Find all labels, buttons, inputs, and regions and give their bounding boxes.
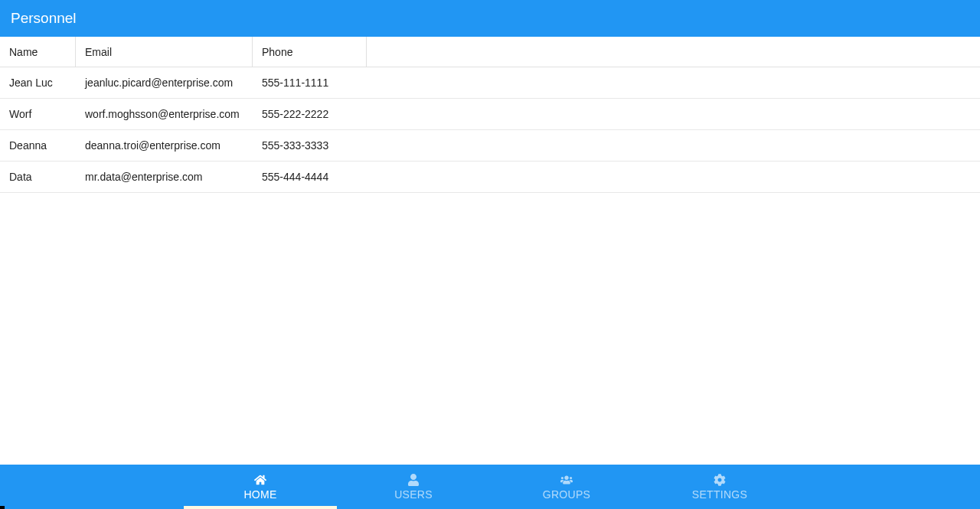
cell-name: Jean Luc	[0, 77, 76, 89]
nav-label: GROUPS	[543, 488, 590, 501]
table-header-row: Name Email Phone	[0, 37, 980, 67]
user-icon	[407, 473, 420, 487]
cell-email: jeanluc.picard@enterprise.com	[76, 77, 253, 89]
cell-name: Deanna	[0, 139, 76, 152]
cell-phone: 555-333-3333	[253, 139, 367, 152]
nav-label: HOME	[243, 488, 276, 501]
cell-name: Worf	[0, 108, 76, 120]
house-icon	[254, 473, 266, 487]
nav-tab-settings[interactable]: SETTINGS	[643, 465, 796, 509]
bottom-nav: HOMEUSERSGROUPSSETTINGS	[0, 465, 980, 509]
cell-phone: 555-111-1111	[253, 77, 367, 89]
cell-email: worf.moghsson@enterprise.com	[76, 108, 253, 120]
cell-name: Data	[0, 171, 76, 183]
nav-label: SETTINGS	[692, 488, 747, 501]
table-row[interactable]: Datamr.data@enterprise.com555-444-4444	[0, 162, 980, 193]
edge-artifact	[0, 506, 5, 509]
table-row[interactable]: Worfworf.moghsson@enterprise.com555-222-…	[0, 99, 980, 130]
cell-email: mr.data@enterprise.com	[76, 171, 253, 183]
cell-email: deanna.troi@enterprise.com	[76, 139, 253, 152]
nav-label: USERS	[394, 488, 433, 501]
column-header-name[interactable]: Name	[0, 37, 76, 67]
table-body: Jean Lucjeanluc.picard@enterprise.com555…	[0, 67, 980, 193]
gear-icon	[714, 473, 726, 487]
nav-tab-home[interactable]: HOME	[184, 465, 337, 509]
column-header-email[interactable]: Email	[76, 37, 253, 67]
active-tab-indicator	[184, 506, 337, 509]
table-row[interactable]: Deannadeanna.troi@enterprise.com555-333-…	[0, 130, 980, 162]
cell-phone: 555-444-4444	[253, 171, 367, 183]
page-title: Personnel	[11, 10, 77, 27]
table-row[interactable]: Jean Lucjeanluc.picard@enterprise.com555…	[0, 67, 980, 99]
cell-phone: 555-222-2222	[253, 108, 367, 120]
main-content: Name Email Phone Jean Lucjeanluc.picard@…	[0, 37, 980, 465]
column-header-phone[interactable]: Phone	[253, 37, 367, 67]
nav-tab-groups[interactable]: GROUPS	[490, 465, 643, 509]
nav-tab-users[interactable]: USERS	[337, 465, 490, 509]
app-header: Personnel	[0, 0, 980, 37]
users-icon	[560, 473, 573, 487]
